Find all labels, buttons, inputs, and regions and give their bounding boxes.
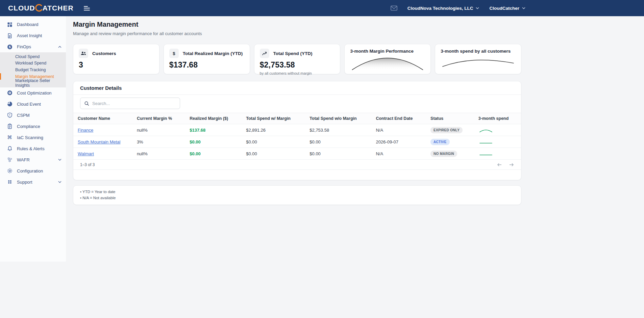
sidebar-subitem-workload-spend[interactable]: Workload Spend	[0, 60, 66, 67]
chevron-down-icon	[522, 7, 525, 9]
sidebar-item-label: Cost Optimization	[17, 90, 52, 96]
row-sparkline-chart	[478, 127, 493, 133]
stat-label: Customers	[92, 51, 116, 56]
column-header-contract-end: Contract End Date	[371, 113, 426, 124]
sidebar-item-iac-scanning[interactable]: ⌘ IaC Scanning	[0, 132, 66, 143]
cell-contract-end: 2026-09-07	[371, 136, 426, 148]
sidebar-item-label: IaC Scanning	[17, 135, 43, 140]
document-icon	[7, 33, 13, 38]
dots-grid-icon	[7, 179, 13, 185]
cell-current-margin: 3%	[132, 136, 185, 148]
column-header-customer-name: Customer Name	[73, 113, 132, 124]
stat-card-3month-spend: 3-month spend by all customers	[435, 44, 521, 74]
sidebar-subitem-budget-tracking[interactable]: Budget Tracking	[0, 67, 66, 73]
sidebar-item-label: Asset Insight	[17, 33, 42, 38]
footnote-na: • N/A = Not available	[80, 196, 514, 200]
sidebar-item-rules-alerts[interactable]: Rules & Alerts	[0, 143, 66, 154]
target-icon	[7, 90, 13, 96]
customer-link[interactable]: Walmart	[78, 151, 94, 156]
stat-value: 3	[79, 60, 154, 70]
row-sparkline-chart	[478, 151, 493, 157]
stat-label: Total Spend (YTD)	[273, 51, 313, 56]
chevron-down-icon	[476, 7, 479, 9]
sidebar-item-label: FinOps	[17, 44, 31, 49]
cloudcatcher-logo[interactable]: CLOUD ATCHER	[8, 4, 74, 12]
gears-icon	[7, 157, 13, 163]
chevron-down-icon	[58, 181, 61, 183]
margin-performance-sparkline-chart	[350, 55, 425, 71]
people-icon	[79, 49, 88, 58]
stat-card-margin-performance: 3-month Margin Performance	[344, 44, 431, 74]
section-title: Customer Details	[73, 81, 521, 95]
command-icon: ⌘	[7, 135, 13, 140]
sidebar-item-wafr[interactable]: WAFR	[0, 154, 66, 165]
finops-submenu: Cloud Spend Workload Spend Budget Tracki…	[0, 52, 66, 87]
stats-row: Customers 3 $ Total Realized Margin (YTD…	[73, 44, 521, 74]
stat-card-realized-margin: $ Total Realized Margin (YTD) $137.68	[164, 44, 250, 74]
product-name: CloudCatcher	[489, 6, 519, 11]
sidebar-item-label: Cloud Event	[17, 102, 41, 107]
cell-spend-with-margin: $0.00	[242, 148, 305, 160]
page-subtitle: Manage and review margin performance for…	[73, 31, 521, 36]
main-content: Margin Management Manage and review marg…	[66, 16, 644, 318]
search-icon	[84, 101, 89, 106]
topbar-right: CloudNova Technologies, LLC CloudCatcher	[391, 5, 525, 11]
spend-sparkline-chart	[441, 55, 516, 69]
subitem-label: Cloud Spend	[15, 54, 40, 59]
subitem-label: Budget Tracking	[15, 68, 46, 72]
org-selector[interactable]: CloudNova Technologies, LLC	[407, 6, 479, 11]
stat-value: $137.68	[169, 60, 244, 70]
row-sparkline-chart	[478, 139, 493, 145]
sidebar-item-configuration[interactable]: Configuration	[0, 165, 66, 177]
gear-icon	[7, 168, 13, 174]
cell-realized-margin: $0.00	[185, 148, 242, 160]
search-box	[80, 98, 180, 109]
sidebar-subitem-cloud-spend[interactable]: Cloud Spend	[0, 53, 66, 60]
sidebar-item-cspm[interactable]: CSPM	[0, 110, 66, 121]
customers-table: Customer Name Current Margin % Realized …	[73, 113, 521, 160]
sidebar-item-label: CSPM	[17, 113, 30, 118]
subitem-label: Workload Spend	[15, 61, 46, 65]
search-input[interactable]	[92, 101, 176, 106]
column-header-spend-with-margin: Total Spend w/ Margin	[242, 113, 305, 124]
cell-current-margin: null%	[132, 148, 185, 160]
sidebar-item-asset-insight[interactable]: Asset Insight	[0, 30, 66, 41]
sidebar-item-finops[interactable]: $ FinOps	[0, 41, 66, 52]
table-header-row: Customer Name Current Margin % Realized …	[73, 113, 521, 124]
cell-spend-with-margin: $2,891.26	[242, 124, 305, 136]
footnote-ytd: • YTD = Year to date	[80, 190, 514, 194]
sidebar-item-label: Rules & Alerts	[17, 146, 45, 151]
stat-label: Total Realized Margin (YTD)	[183, 51, 243, 56]
pie-chart-icon	[7, 101, 13, 107]
cell-contract-end: N/A	[371, 124, 426, 136]
column-header-realized-margin: Realized Margin ($)	[185, 113, 242, 124]
sidebar-item-label: Support	[17, 180, 32, 185]
product-selector[interactable]: CloudCatcher	[489, 6, 525, 11]
sidebar-item-dashboard[interactable]: Dashboard	[0, 19, 66, 30]
sidebar-item-cloud-event[interactable]: Cloud Event	[0, 99, 66, 110]
card-footer-space	[73, 170, 521, 180]
logo-text-cloud: CLOUD	[8, 4, 35, 12]
page-title: Margin Management	[73, 21, 521, 28]
customer-link[interactable]: South Mountain Metal	[78, 139, 120, 144]
sidebar-item-compliance[interactable]: Compliance	[0, 121, 66, 132]
stat-card-total-spend: Total Spend (YTD) $2,753.58 by all custo…	[254, 44, 341, 74]
sidebar-item-support[interactable]: Support	[0, 177, 66, 188]
prev-page-button[interactable]	[497, 163, 502, 167]
topbar: CLOUD ATCHER CloudNova Technologies, LLC…	[0, 0, 644, 16]
pagination-range: 1–3 of 3	[80, 162, 95, 167]
customer-link[interactable]: Finance	[78, 128, 93, 133]
cell-spend-without-margin: $0.00	[305, 136, 371, 148]
status-badge: ACTIVE	[430, 139, 449, 145]
chevron-up-icon	[58, 46, 61, 48]
stat-card-customers: Customers 3	[73, 44, 159, 74]
cell-spend-without-margin: $0.00	[305, 148, 371, 160]
table-toolbar	[73, 95, 521, 113]
cell-contract-end: N/A	[371, 148, 426, 160]
sidebar-subitem-marketplace-seller-insights[interactable]: Marketplace Seller Insights	[0, 80, 66, 86]
cell-spend-without-margin: $2,753.58	[305, 124, 371, 136]
sidebar-item-cost-optimization[interactable]: Cost Optimization	[0, 87, 66, 99]
next-page-button[interactable]	[509, 163, 514, 167]
mail-icon[interactable]	[391, 5, 397, 11]
hamburger-menu-icon[interactable]	[84, 6, 90, 10]
